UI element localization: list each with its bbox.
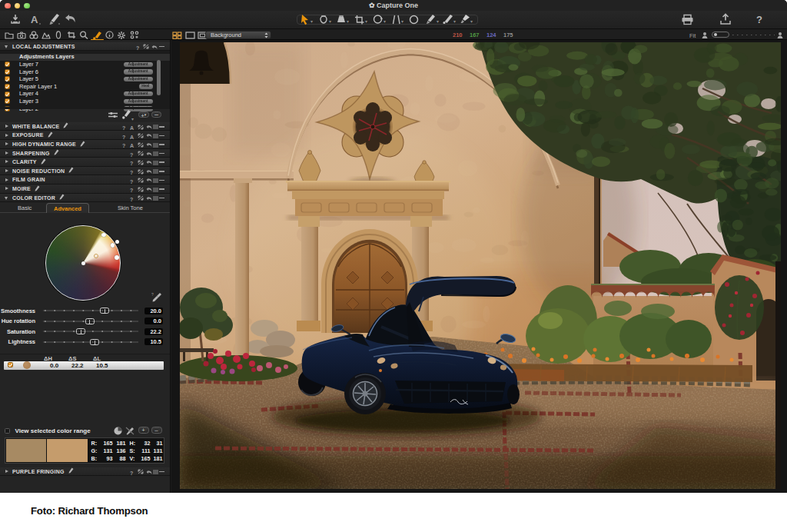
- svg-text:A: A: [31, 14, 38, 25]
- svg-text:?: ?: [151, 292, 154, 297]
